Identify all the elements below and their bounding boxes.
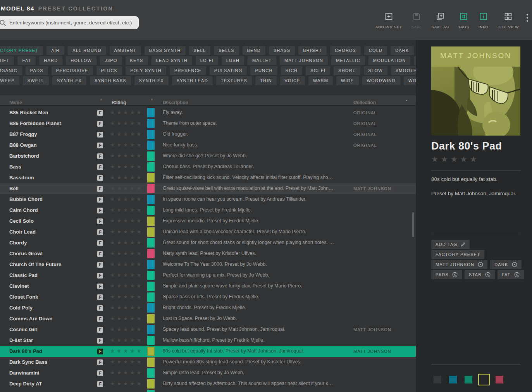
rating-stars[interactable]: ★★★★★ — [110, 120, 143, 126]
tag-chip[interactable]: VOICE — [280, 76, 305, 85]
tag-chip[interactable]: SLOW — [364, 66, 387, 75]
preset-tag-chip[interactable]: PADS — [431, 270, 462, 279]
tile-view-button[interactable]: TILE VIEW — [498, 12, 519, 29]
tag-chip[interactable]: DARK — [391, 46, 413, 55]
search-bar[interactable] — [0, 16, 139, 29]
color-option[interactable] — [496, 376, 503, 383]
preset-tag-chip[interactable]: MATT JOHNSON — [431, 260, 487, 269]
tag-chip[interactable]: WOODWIND — [362, 76, 400, 85]
color-option[interactable] — [449, 376, 457, 383]
tag-chip[interactable]: METALLIC — [331, 56, 365, 65]
color-option[interactable] — [465, 376, 472, 383]
table-row[interactable]: Classic Pad F ★★★★★ Perfect for warming … — [0, 270, 416, 281]
preset-tag-chip[interactable]: DARK — [490, 260, 521, 269]
table-row[interactable]: Darwinamini F ★★★★★ Simple retro lead. P… — [0, 368, 416, 378]
save-button[interactable]: SAVE — [411, 12, 422, 29]
tag-chip[interactable]: LUSH — [222, 56, 244, 65]
tag-chip[interactable]: SYNTH FX — [134, 76, 169, 85]
tag-chip[interactable]: SYNTH FX — [52, 76, 86, 85]
tag-chip[interactable]: PULSATING — [210, 66, 247, 75]
table-row[interactable]: D-list Star F ★★★★★ Mellow bass/riff/cho… — [0, 335, 416, 346]
rating-stars[interactable]: ★★★★★ — [110, 250, 143, 256]
rating-stars[interactable]: ★★★★★ — [110, 294, 143, 300]
rating-stars[interactable]: ★★★★★ — [110, 337, 143, 343]
overflow-menu-button[interactable] — [527, 14, 528, 22]
tag-chip[interactable]: SWEEP — [0, 76, 19, 85]
tag-chip[interactable]: MATT JOHNSON — [280, 56, 328, 65]
table-row[interactable]: Chorus Growl F ★★★★★ Narly synth lead. P… — [0, 248, 416, 259]
search-input[interactable] — [9, 20, 133, 26]
vertical-scrollbar[interactable] — [412, 212, 414, 237]
tag-chip[interactable]: SWELL — [23, 76, 49, 85]
add-tag-button[interactable]: ADD TAG — [431, 240, 470, 249]
remove-tag-icon[interactable] — [514, 272, 520, 277]
tag-chip[interactable]: BEND — [243, 46, 265, 55]
tag-chip[interactable]: SYNTH BASS — [90, 76, 131, 85]
table-row[interactable]: Closet Fonk F ★★★★★ Sparse bass or riffs… — [0, 292, 416, 303]
column-header-factory[interactable]: ▲ — [100, 98, 103, 101]
rating-stars[interactable]: ★★★★★ — [110, 185, 143, 191]
rating-stars[interactable]: ★★★★★ — [110, 261, 143, 267]
tag-chip[interactable]: COLD — [364, 46, 387, 55]
remove-tag-icon[interactable] — [485, 272, 491, 277]
tags-button[interactable]: TAGS — [458, 12, 469, 29]
tag-chip[interactable]: TEXTURES — [216, 76, 252, 85]
tag-chip[interactable]: J3PO — [100, 56, 122, 65]
remove-tag-icon[interactable] — [452, 272, 458, 277]
tag-chip[interactable]: FAT — [17, 56, 36, 65]
tag-chip[interactable]: DRIFT — [0, 56, 14, 65]
table-row[interactable]: Bassdrum F ★★★★★ Filter self-oscillating… — [0, 172, 416, 183]
tag-chip[interactable]: AIR — [46, 46, 64, 55]
rating-stars[interactable]: ★★★★★ — [110, 348, 143, 354]
rating-stars[interactable]: ★★★★★ — [110, 304, 143, 311]
color-option-selected[interactable] — [478, 374, 490, 385]
rating-stars[interactable]: ★★★★★ — [110, 131, 143, 137]
table-row[interactable]: Dark Sync Bass F ★★★★★ Powerful mono 80s… — [0, 357, 416, 368]
table-row[interactable]: F ★★★★★ — [0, 389, 416, 392]
rating-stars[interactable]: ★★★★★ — [110, 218, 143, 224]
rating-stars[interactable]: ★★★★★ — [110, 229, 143, 235]
save-as-button[interactable]: SAVE AS — [432, 12, 449, 29]
tag-chip[interactable]: FACTORY PRESET — [0, 46, 43, 55]
tag-chip[interactable]: AMBIENT — [110, 46, 141, 55]
rating-stars[interactable]: ★★★★★ — [110, 283, 143, 289]
tag-chip[interactable]: ALL-ROUND — [68, 46, 106, 55]
tag-chip[interactable]: WOODY — [404, 76, 416, 85]
table-row[interactable]: Choir Lead F ★★★★★ Unison lead with a ch… — [0, 227, 416, 237]
rating-stars[interactable]: ★★★★★ — [110, 380, 143, 387]
tag-chip[interactable]: BRIGHT — [298, 46, 327, 55]
tag-chip[interactable]: PRESENCE — [170, 66, 206, 75]
rating-stars[interactable]: ★★★★★ — [110, 163, 143, 170]
rating-stars[interactable]: ★★★★★ — [110, 174, 143, 181]
column-header-color[interactable]: ▲ — [150, 98, 153, 101]
rating-stars[interactable]: ★★★★★ — [110, 370, 143, 376]
tag-chip[interactable]: KEYS — [126, 56, 148, 65]
rating-stars[interactable]: ★★★★★ — [110, 196, 143, 202]
tag-chip[interactable]: PLUCK — [96, 66, 122, 75]
tag-chip[interactable]: PUNCH — [250, 66, 277, 75]
table-row[interactable]: Clavinet F ★★★★★ Simple and plain square… — [0, 281, 416, 292]
tag-chip[interactable]: PERCUSSIVE — [52, 66, 93, 75]
rating-stars[interactable]: ★★★★★ — [110, 315, 143, 322]
color-option[interactable] — [434, 376, 441, 383]
table-row[interactable]: B85 Rocket Men F ★★★★★ Fly away. ORIGINA… — [0, 107, 416, 118]
rating-stars[interactable]: ★★★★★ — [110, 153, 143, 159]
rating-stars[interactable]: ★★★★★ — [110, 272, 143, 278]
table-row[interactable]: Barbsichord F ★★★★★ Where did she go? Pr… — [0, 151, 416, 162]
table-row[interactable]: Dark 80's Pad F ★★★★★ 80s cold but equal… — [0, 346, 416, 357]
tag-chip[interactable]: WARM — [308, 76, 333, 85]
tag-chip[interactable]: HARD — [39, 56, 62, 65]
tag-chip[interactable]: HOLLOW — [66, 56, 96, 65]
tag-chip[interactable]: WIDE — [336, 76, 359, 85]
table-row[interactable]: Cold Poly F ★★★★★ Bright chords. Preset … — [0, 303, 416, 313]
rating-stars[interactable]: ★★★★★ — [110, 359, 143, 365]
preset-rating-stars[interactable]: ★★★★★ — [431, 155, 480, 164]
tag-chip[interactable]: RICH — [281, 66, 303, 75]
table-row[interactable]: Church Of The Future F ★★★★★ Welcome To … — [0, 259, 416, 270]
tag-chip[interactable]: BASS SYNTH — [145, 46, 186, 55]
remove-tag-icon[interactable] — [512, 262, 517, 267]
tag-chip[interactable]: BELLS — [214, 46, 239, 55]
rating-stars[interactable]: ★★★★★ — [110, 326, 143, 332]
tag-chip[interactable]: BRASS — [269, 46, 295, 55]
preset-tag-chip[interactable]: STAB — [465, 270, 495, 279]
